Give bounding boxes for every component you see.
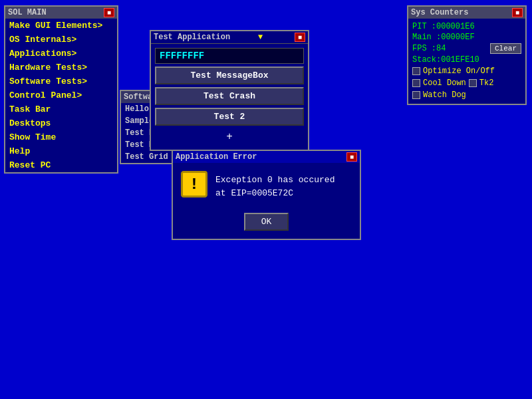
cursor-indicator: + — [155, 128, 304, 146]
error-line-1: Exception 0 has occured — [215, 174, 334, 187]
tk2-label: Tk2 — [479, 78, 494, 88]
menu-item-hardware-tests[interactable]: Hardware Tests> — [5, 61, 117, 74]
sol-main-menu: Make GUI Elements> OS Internals> Applica… — [5, 19, 117, 172]
test-app-window: Test Application ▼ ■ FFFFFFFF Test Messa… — [150, 30, 309, 151]
app-error-footer: OK — [173, 207, 360, 239]
app-error-title-bar: Application Error ■ — [173, 151, 360, 163]
sys-counters-title-bar: Sys Counters ■ — [408, 7, 525, 19]
sol-main-window: SOL MAIN ■ Make GUI Elements> OS Interna… — [4, 5, 118, 174]
ok-button[interactable]: OK — [244, 213, 289, 231]
sys-counters-content: PIT :000001E6 Main :00000EF FPS :84 Clea… — [408, 19, 525, 104]
tk2-checkbox[interactable] — [469, 79, 477, 87]
menu-item-reset-pc[interactable]: Reset PC — [5, 158, 117, 172]
cooldown-label: Cool Down — [423, 78, 466, 88]
fps-counter-row: FPS :84 Clear — [410, 43, 524, 55]
app-error-dialog: Application Error ■ ! Exception 0 has oc… — [172, 150, 361, 240]
app-error-title: Application Error — [176, 152, 257, 162]
watchdog-checkbox-row: Watch Dog — [410, 89, 524, 101]
sys-counters-close-button[interactable]: ■ — [512, 8, 523, 17]
error-line-2: at EIP=0005E72C — [215, 187, 334, 200]
main-counter: Main :00000EF — [410, 32, 524, 43]
menu-item-os-internals[interactable]: OS Internals> — [5, 33, 117, 47]
test-app-close-button[interactable]: ■ — [295, 33, 305, 42]
sol-main-title: SOL MAIN — [8, 8, 47, 17]
menu-item-desktops[interactable]: Desktops — [5, 116, 117, 130]
hex-display: FFFFFFFF — [155, 48, 304, 64]
app-error-close-button[interactable]: ■ — [346, 152, 357, 162]
menu-item-show-time[interactable]: Show Time — [5, 130, 117, 144]
optimize-checkbox-row: Optimize On/Off — [410, 65, 524, 77]
menu-item-make-gui[interactable]: Make GUI Elements> — [5, 19, 117, 33]
menu-item-control-panel[interactable]: Control Panel> — [5, 88, 117, 102]
watchdog-checkbox[interactable] — [412, 91, 420, 99]
cooldown-checkbox-row: Cool Down Tk2 — [410, 77, 524, 89]
cooldown-checkbox[interactable] — [412, 79, 420, 87]
optimize-checkbox[interactable] — [412, 67, 420, 75]
menu-item-applications[interactable]: Applications> — [5, 47, 117, 61]
app-error-content: ! Exception 0 has occured at EIP=0005E72… — [173, 163, 360, 207]
test-2-button[interactable]: Test 2 — [155, 108, 304, 126]
error-message: Exception 0 has occured at EIP=0005E72C — [215, 171, 334, 200]
pit-counter: PIT :000001E6 — [410, 21, 524, 32]
menu-item-help[interactable]: Help — [5, 144, 117, 158]
sol-main-title-bar: SOL MAIN ■ — [5, 7, 117, 19]
sys-counters-title: Sys Counters — [411, 8, 468, 17]
test-messagebox-button[interactable]: Test MessageBox — [155, 66, 304, 84]
test-crash-button[interactable]: Test Crash — [155, 87, 304, 105]
clear-button[interactable]: Clear — [490, 43, 521, 54]
menu-item-task-bar[interactable]: Task Bar — [5, 102, 117, 116]
optimize-label: Optimize On/Off — [423, 66, 495, 76]
dropdown-icon[interactable]: ▼ — [258, 33, 263, 42]
warning-icon: ! — [181, 171, 207, 198]
stack-counter: Stack:001EFE10 — [410, 55, 524, 65]
sys-counters-window: Sys Counters ■ PIT :000001E6 Main :00000… — [407, 5, 527, 105]
menu-item-software-tests[interactable]: Software Tests> — [5, 74, 117, 88]
test-app-title: Test Application — [154, 33, 230, 42]
fps-value: FPS :84 — [412, 44, 446, 53]
test-app-title-bar: Test Application ▼ ■ — [151, 31, 308, 44]
test-app-content: FFFFFFFF Test MessageBox Test Crash Test… — [151, 44, 308, 150]
sol-main-close-button[interactable]: ■ — [104, 8, 114, 17]
watchdog-label: Watch Dog — [423, 90, 466, 100]
